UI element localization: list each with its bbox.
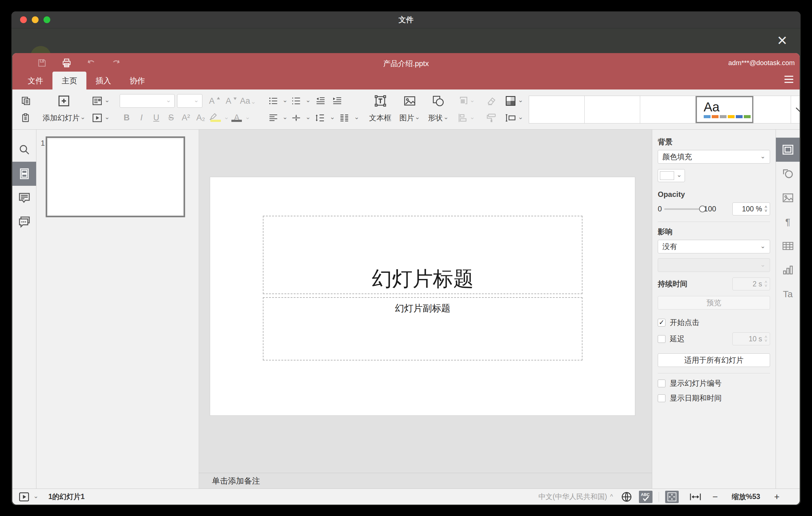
chevron-down-icon[interactable]: ⌄ (443, 115, 448, 118)
chevron-down-icon[interactable]: ⌄ (469, 98, 475, 102)
chevron-down-icon[interactable]: ⌄ (469, 115, 475, 118)
spinner-arrows-icon[interactable]: ˄˅ (764, 205, 767, 212)
chevron-down-icon[interactable]: ⌄ (415, 115, 420, 118)
font-size-combo[interactable]: ⌄ (177, 94, 202, 108)
columns-icon[interactable] (338, 111, 350, 125)
clear-style-icon[interactable] (485, 94, 498, 108)
theme-option[interactable] (753, 96, 791, 123)
tab-collaboration[interactable]: 协作 (120, 71, 154, 89)
chevron-down-icon[interactable]: ⌄ (518, 98, 523, 102)
slide-settings-icon[interactable] (776, 138, 800, 162)
title-placeholder[interactable]: 幻灯片标题 (263, 216, 582, 294)
slides-panel-icon[interactable] (12, 162, 36, 186)
image-settings-icon[interactable] (776, 186, 800, 210)
slide-canvas[interactable]: 幻灯片标题 幻灯片副标题 (199, 130, 652, 473)
fit-slide-toggle[interactable] (665, 491, 679, 503)
chevron-down-icon[interactable]: ⌄ (283, 98, 288, 102)
copy-style-icon[interactable] (485, 111, 498, 125)
search-icon[interactable] (12, 138, 36, 162)
chevron-down-icon[interactable]: ⌄ (306, 98, 311, 102)
slide-size-icon[interactable] (504, 111, 517, 125)
paste-icon[interactable] (19, 111, 33, 125)
show-date-checkbox[interactable] (658, 394, 665, 402)
chevron-down-icon[interactable]: ⌄ (33, 494, 38, 497)
bold-button[interactable]: B (120, 113, 134, 122)
paragraph-settings-icon[interactable]: ¶ (776, 210, 800, 234)
decrease-indent-icon[interactable] (314, 94, 327, 108)
show-slide-number-checkbox[interactable] (658, 380, 665, 387)
increase-indent-icon[interactable] (330, 94, 344, 108)
fit-width-icon[interactable] (689, 492, 701, 501)
textbox-label[interactable]: 文本框 (369, 113, 392, 123)
chevron-down-icon[interactable]: ⌄ (224, 115, 229, 118)
tab-file[interactable]: 文件 (19, 71, 53, 89)
font-color-button[interactable]: A (230, 113, 244, 122)
effect-select[interactable]: 没有⌄ (658, 240, 770, 253)
tab-home[interactable]: 主页 (53, 71, 86, 89)
arrange-shape-icon[interactable] (457, 94, 469, 108)
image-label[interactable]: 图片 (400, 113, 414, 123)
theme-gallery-expand-button[interactable] (791, 96, 800, 123)
italic-button[interactable]: I (135, 113, 149, 122)
duration-spinner[interactable]: 2 s ˄˅ (732, 278, 770, 290)
textbox-icon[interactable] (374, 94, 387, 108)
textart-settings-icon[interactable]: Ta (776, 282, 800, 306)
subscript-button[interactable]: A₂ (194, 113, 208, 122)
slide-thumbnail[interactable] (46, 136, 185, 217)
chevron-down-icon[interactable]: ⌄ (518, 115, 523, 118)
horizontal-align-icon[interactable] (268, 111, 279, 125)
decrease-font-button[interactable]: A (222, 96, 236, 106)
line-spacing-icon[interactable] (314, 111, 326, 125)
start-slideshow-status-icon[interactable] (19, 492, 30, 502)
chevron-down-icon[interactable]: ⌄ (80, 115, 85, 118)
chevron-down-icon[interactable]: ⌄ (105, 98, 110, 102)
slide-layout-icon[interactable] (90, 94, 104, 108)
chevron-down-icon[interactable]: ⌄ (283, 115, 288, 118)
align-shape-icon[interactable] (457, 111, 469, 125)
underline-button[interactable]: U (149, 113, 164, 122)
chat-icon[interactable] (12, 210, 36, 234)
close-icon[interactable]: ✕ (777, 34, 788, 47)
background-fill-select[interactable]: 颜色填充⌄ (658, 150, 770, 164)
background-color-swatch[interactable]: ⌄ (658, 169, 685, 182)
set-language-globe-icon[interactable] (621, 491, 632, 503)
opacity-slider[interactable] (664, 208, 702, 210)
theme-option-selected[interactable]: Aa (696, 96, 753, 123)
tab-insert[interactable]: 插入 (86, 71, 120, 89)
strikethrough-button[interactable]: S (164, 113, 178, 122)
opacity-spinner[interactable]: 100 % ˄˅ (732, 202, 770, 216)
chevron-down-icon[interactable]: ⌄ (306, 115, 311, 118)
language-status[interactable]: 中文(中华人民共和国) (538, 492, 607, 501)
start-slideshow-icon[interactable] (90, 111, 104, 125)
bullets-icon[interactable] (268, 94, 279, 108)
apply-to-all-slides-button[interactable]: 适用于所有幻灯片 (658, 353, 770, 367)
change-case-button[interactable]: Aa⌄ (238, 96, 258, 106)
font-name-combo[interactable]: ⌄ (120, 94, 175, 108)
table-settings-icon[interactable] (776, 234, 800, 258)
preview-button[interactable]: 预览 (658, 296, 770, 310)
shape-label[interactable]: 形状 (428, 113, 443, 123)
menu-icon[interactable] (784, 75, 794, 83)
shape-icon[interactable] (432, 94, 445, 108)
chevron-down-icon[interactable]: ⌄ (330, 115, 335, 118)
theme-option[interactable] (640, 96, 696, 123)
slider-knob[interactable] (699, 205, 706, 212)
chevron-down-icon[interactable]: ⌄ (354, 115, 359, 118)
superscript-button[interactable]: A² (179, 113, 193, 122)
zoom-out-button[interactable]: − (709, 492, 721, 502)
chevron-down-icon[interactable]: ⌄ (105, 115, 110, 118)
theme-option[interactable] (529, 96, 585, 123)
image-icon[interactable] (403, 94, 416, 108)
effect-type-select[interactable]: ⌄ (658, 258, 770, 272)
delay-spinner[interactable]: 10 s ˄˅ (732, 333, 770, 345)
zoom-in-button[interactable]: + (771, 492, 782, 502)
add-slide-icon[interactable] (57, 94, 71, 108)
chart-settings-icon[interactable] (776, 258, 800, 282)
subtitle-placeholder[interactable]: 幻灯片副标题 (263, 297, 582, 361)
start-on-click-checkbox[interactable]: ✓ (658, 319, 665, 326)
spellcheck-toggle[interactable]: ABC (639, 491, 652, 503)
add-slide-label[interactable]: 添加幻灯片 (42, 113, 80, 123)
notes-area[interactable]: 单击添加备注 (199, 473, 652, 489)
delay-checkbox[interactable] (658, 335, 665, 343)
slide[interactable]: 幻灯片标题 幻灯片副标题 (210, 177, 635, 416)
